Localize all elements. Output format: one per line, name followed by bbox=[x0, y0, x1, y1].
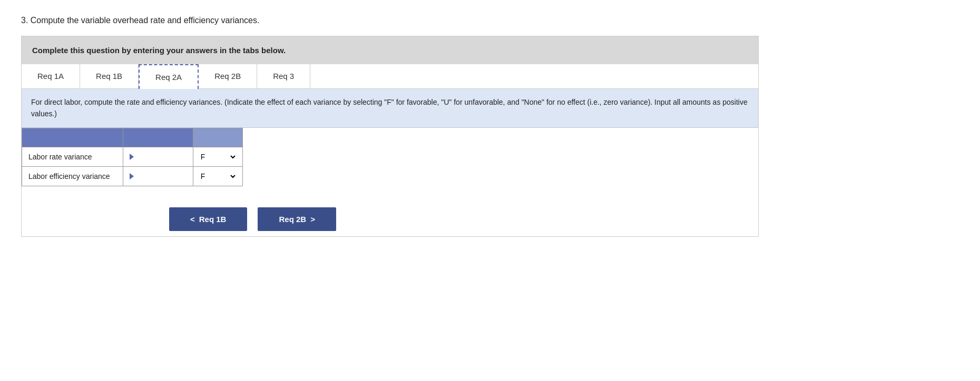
labor-rate-arrow-icon bbox=[130, 154, 134, 160]
labor-efficiency-dropdown[interactable]: F U None bbox=[199, 172, 237, 181]
labor-efficiency-input-cell bbox=[123, 166, 193, 186]
header-dropdown bbox=[193, 128, 242, 147]
labor-rate-label: Labor rate variance bbox=[22, 147, 123, 166]
variance-table: Labor rate variance F U None bbox=[22, 128, 243, 186]
next-button[interactable]: Req 2B > bbox=[258, 207, 336, 231]
next-chevron-icon: > bbox=[310, 215, 315, 224]
labor-efficiency-input[interactable] bbox=[130, 171, 187, 182]
content-area: For direct labor, compute the rate and e… bbox=[22, 89, 758, 236]
table-section: Labor rate variance F U None bbox=[22, 128, 758, 197]
question-box: Complete this question by entering your … bbox=[21, 36, 759, 237]
labor-rate-dropdown-cell[interactable]: F U None bbox=[193, 147, 242, 166]
prev-button-label: Req 1B bbox=[199, 215, 227, 224]
table-row: Labor efficiency variance F U None bbox=[22, 166, 243, 186]
tab-req2b[interactable]: Req 2B bbox=[199, 64, 257, 88]
labor-rate-input-wrapper bbox=[130, 152, 187, 162]
next-button-label: Req 2B bbox=[279, 215, 306, 224]
blue-instruction: For direct labor, compute the rate and e… bbox=[22, 89, 758, 128]
header-input bbox=[123, 128, 193, 147]
labor-rate-input-cell bbox=[123, 147, 193, 166]
prev-button[interactable]: < Req 1B bbox=[169, 207, 247, 231]
tabs-row: Req 1A Req 1B Req 2A Req 2B Req 3 bbox=[22, 64, 758, 89]
labor-efficiency-label: Labor efficiency variance bbox=[22, 166, 123, 186]
tab-req2a[interactable]: Req 2A bbox=[139, 64, 199, 89]
labor-efficiency-input-wrapper bbox=[130, 171, 187, 182]
header-label bbox=[22, 128, 123, 147]
labor-rate-dropdown[interactable]: F U None bbox=[199, 152, 237, 162]
labor-efficiency-arrow-icon bbox=[130, 173, 134, 179]
instructions-bar: Complete this question by entering your … bbox=[22, 36, 758, 64]
tab-req1b[interactable]: Req 1B bbox=[80, 64, 139, 88]
labor-rate-input[interactable] bbox=[130, 152, 187, 162]
question-title: 3. Compute the variable overhead rate an… bbox=[21, 16, 959, 25]
buttons-row: < Req 1B Req 2B > bbox=[22, 197, 758, 236]
labor-efficiency-dropdown-cell[interactable]: F U None bbox=[193, 166, 242, 186]
prev-chevron-icon: < bbox=[190, 215, 195, 224]
tab-req3[interactable]: Req 3 bbox=[257, 64, 310, 88]
tab-req1a[interactable]: Req 1A bbox=[22, 64, 80, 88]
table-row: Labor rate variance F U None bbox=[22, 147, 243, 166]
